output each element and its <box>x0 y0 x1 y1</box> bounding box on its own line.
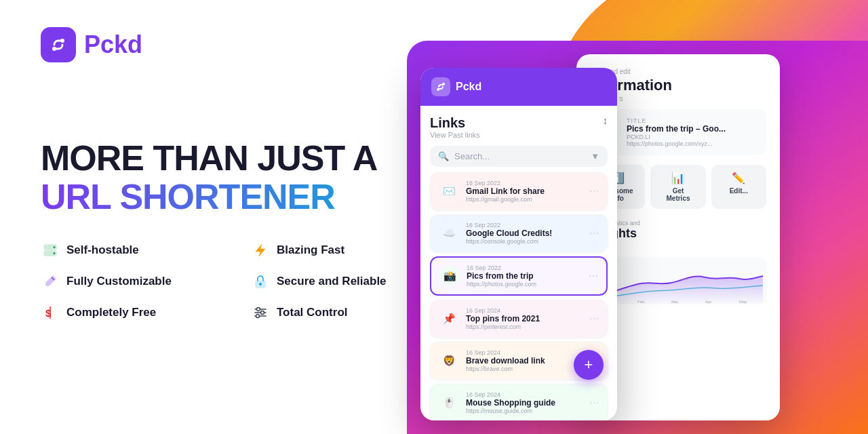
app-topbar-title: Pckd <box>456 81 481 93</box>
view-edit-label: View and edit <box>590 68 766 75</box>
links-subtitle: View Past links <box>430 131 480 139</box>
link-date-6: 16 Sep 2024 <box>466 391 583 398</box>
preview-info: TITLE Pics from the trip – Goo... PCKD.L… <box>627 117 726 147</box>
link-favicon-brave: 🦁 <box>439 351 459 371</box>
feature-secure-reliable: Secure and Reliable <box>251 272 434 291</box>
links-header: Links View Past links ↕ <box>430 115 608 139</box>
preview-title-label: TITLE <box>627 117 726 124</box>
action-metrics-label: GetMetrics <box>656 187 700 202</box>
svg-text:Apr: Apr <box>705 300 711 304</box>
left-panel: Pckd MORE THAN JUST A URL SHORTENER Self… <box>41 0 434 434</box>
headline-line1: MORE THAN JUST A <box>41 139 434 178</box>
link-name-6: Mouse Shopping guide <box>466 398 583 408</box>
link-info-4: 16 Sep 2024 Top pins from 2021 https://p… <box>466 307 583 330</box>
lock-icon <box>251 272 270 291</box>
link-name-5: Brave download link <box>466 356 583 366</box>
link-url-2: https://console.google.com <box>466 238 583 245</box>
link-info-5: 16 Sep 2024 Brave download link https://… <box>466 349 583 372</box>
link-card-1[interactable]: ✉️ 16 Sep 2022 Gmail Link for share http… <box>430 172 608 210</box>
search-bar-placeholder: Search... <box>454 151 490 161</box>
link-favicon-photos: 📸 <box>439 266 460 286</box>
action-btn-edit[interactable]: ✏️ Edit... <box>711 165 766 209</box>
svg-point-0 <box>60 39 64 43</box>
link-date-1: 16 Sep 2022 <box>466 180 583 186</box>
link-name-4: Top pins from 2021 <box>466 314 583 323</box>
app-topbar: Pckd <box>420 68 617 106</box>
link-more-1[interactable]: ⋯ <box>589 186 599 197</box>
link-date-3: 16 Sep 2022 <box>467 264 582 271</box>
fab-add-button[interactable]: + <box>574 350 604 380</box>
link-name-1: Gmail Link for share <box>466 186 583 196</box>
logo-text: Pckd <box>84 31 142 59</box>
edit-icon: ✏️ <box>717 172 761 184</box>
link-info-3: 16 Sep 2022 Pics from the trip https://p… <box>467 264 582 288</box>
feature-fully-customizable-text: Fully Customizable <box>66 275 172 288</box>
logo-icon <box>41 27 76 62</box>
lightning-icon <box>251 241 270 260</box>
links-title: Links <box>430 115 480 131</box>
link-favicon-pinterest: 📌 <box>439 309 459 329</box>
headline-line2: URL SHORTENER <box>41 178 434 216</box>
link-url-4: https://pinterest.com <box>466 323 583 330</box>
link-favicon-gcloud: ☁️ <box>439 223 459 243</box>
link-card-3-active[interactable]: 📸 16 Sep 2022 Pics from the trip https:/… <box>430 256 608 296</box>
svg-point-5 <box>54 252 56 254</box>
link-more-3[interactable]: ⋯ <box>589 271 598 281</box>
link-card-2[interactable]: ☁️ 16 Sep 2022 Google Cloud Credits! htt… <box>430 214 608 252</box>
link-url-5: https://brave.com <box>466 366 583 372</box>
feature-blazing-fast-text: Blazing Fast <box>277 243 344 257</box>
svg-text:Mar: Mar <box>671 300 678 304</box>
link-name-2: Google Cloud Credits! <box>466 229 583 238</box>
app-window-links[interactable]: Pckd Links View Past links ↕ 🔍 Search...… <box>420 68 617 420</box>
pencil-icon <box>41 272 60 291</box>
app-topbar-icon <box>431 77 450 96</box>
feature-completely-free-text: Completely Free <box>66 306 156 319</box>
search-icon: 🔍 <box>438 151 449 161</box>
svg-point-17 <box>437 88 439 91</box>
svg-point-14 <box>261 311 264 315</box>
preview-title-value: Pics from the trip – Goo... <box>627 124 726 134</box>
link-date-5: 16 Sep 2024 <box>466 349 583 356</box>
dollar-icon: $ <box>41 303 60 322</box>
link-url-3: https://photos.google.com <box>467 281 582 288</box>
link-info-2: 16 Sep 2022 Google Cloud Credits! https:… <box>466 222 583 245</box>
svg-text:Feb: Feb <box>637 300 645 304</box>
right-panel: Pckd Links View Past links ↕ 🔍 Search...… <box>380 0 868 434</box>
filter-icon[interactable]: ▼ <box>591 151 599 161</box>
feature-self-hostable: Self-hostable <box>41 241 224 260</box>
svg-point-16 <box>442 83 445 85</box>
feature-secure-reliable-text: Secure and Reliable <box>277 275 387 288</box>
logo-area: Pckd <box>41 27 142 62</box>
link-date-2: 16 Sep 2022 <box>466 222 583 229</box>
link-card-4[interactable]: 📌 16 Sep 2024 Top pins from 2021 https:/… <box>430 300 608 338</box>
link-info-1: 16 Sep 2022 Gmail Link for share https:/… <box>466 180 583 203</box>
server-icon <box>41 241 60 260</box>
headline: MORE THAN JUST A URL SHORTENER <box>41 139 434 216</box>
link-date-4: 16 Sep 2024 <box>466 307 583 314</box>
svg-text:May: May <box>739 300 747 304</box>
svg-point-13 <box>257 308 260 311</box>
svg-point-15 <box>256 315 260 318</box>
search-bar[interactable]: 🔍 Search... ▼ <box>430 146 608 167</box>
link-name-3: Pics from the trip <box>467 271 582 281</box>
feature-blazing-fast: Blazing Fast <box>251 241 434 260</box>
svg-point-1 <box>52 47 56 51</box>
action-btn-metrics[interactable]: 📊 GetMetrics <box>650 165 705 209</box>
sort-icon[interactable]: ↕ <box>603 115 608 126</box>
link-url-1: https://gmail.google.com <box>466 196 583 203</box>
feature-completely-free: $ Completely Free <box>41 303 224 322</box>
link-card-6[interactable]: 🖱️ 16 Sep 2024 Mouse Shopping guide http… <box>430 384 608 420</box>
svg-point-4 <box>54 246 56 248</box>
metrics-icon: 📊 <box>656 172 700 184</box>
preview-pckd-label: PCKD.LI <box>627 134 726 140</box>
svg-point-7 <box>259 283 262 285</box>
link-more-6[interactable]: ⋯ <box>589 397 599 408</box>
link-url-6: https://mouse.guide.com <box>466 408 583 414</box>
feature-self-hostable-text: Self-hostable <box>66 243 139 257</box>
preview-target-url: https://photos.google.com/xyz... <box>627 140 726 147</box>
feature-total-control: Total Control <box>251 303 434 322</box>
link-more-2[interactable]: ⋯ <box>589 228 599 239</box>
link-favicon-mouse: 🖱️ <box>439 393 459 413</box>
link-more-4[interactable]: ⋯ <box>589 313 599 324</box>
link-favicon-gmail: ✉️ <box>439 181 459 201</box>
